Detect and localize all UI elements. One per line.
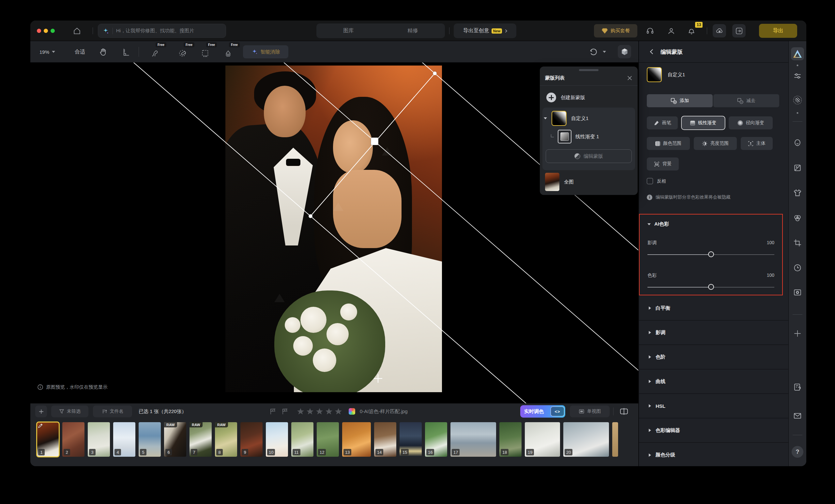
thumbnail-7[interactable]: RAW7 [189, 422, 212, 457]
section-levels[interactable]: 色阶 [639, 345, 788, 369]
color-label-icon[interactable] [349, 408, 355, 415]
add-photos-button[interactable] [35, 405, 47, 417]
filter-button[interactable]: 未筛选 [51, 405, 88, 417]
section-hsl[interactable]: HSL [639, 394, 788, 418]
add-panel-icon[interactable] [793, 329, 802, 338]
tool-color-range[interactable]: 颜色范围 [647, 137, 690, 150]
thumbnail-4[interactable]: 4 [113, 422, 135, 457]
patch-tool[interactable] [201, 49, 210, 58]
export-button[interactable]: 导出 [759, 24, 797, 38]
thumbnail-13[interactable]: 13 [342, 422, 371, 457]
app-logo[interactable] [791, 47, 804, 60]
notifications-bell-icon[interactable] [687, 27, 696, 35]
thumbnail-2[interactable]: 2 [62, 422, 84, 457]
edit-mask-button[interactable]: 编辑蒙版 [546, 149, 632, 163]
thumbnail-19[interactable]: 19 [525, 422, 560, 457]
section-tone[interactable]: 影调 [639, 320, 788, 345]
color-slider-knob[interactable] [708, 284, 714, 290]
thumbnail-20[interactable]: 20 [563, 422, 609, 457]
mask-add-button[interactable]: 添加 [647, 94, 713, 107]
thumbnail-15[interactable]: 15 [400, 422, 422, 457]
star-rating-1[interactable] [297, 408, 304, 415]
section-white-balance[interactable]: 白平衡 [639, 296, 788, 320]
drag-handle[interactable] [579, 69, 598, 71]
history-icon[interactable] [793, 264, 802, 272]
history-dropdown-icon[interactable] [603, 51, 606, 53]
tool-radial-gradient[interactable]: 径向渐变 [729, 117, 773, 129]
flag-pick-icon[interactable] [269, 408, 276, 415]
adjustments-icon[interactable] [793, 72, 802, 80]
minimize-window-button[interactable] [44, 29, 48, 33]
thumbnail-9[interactable]: 9 [240, 422, 263, 457]
collapse-caret-icon[interactable] [544, 117, 547, 119]
back-chevron-icon[interactable] [650, 49, 655, 55]
zoom-level-select[interactable]: 19% [39, 41, 55, 63]
tone-slider[interactable] [648, 254, 774, 255]
thumbnail-17[interactable]: 17 [450, 422, 496, 457]
support-headset-icon[interactable] [646, 27, 654, 35]
thumbnail-5[interactable]: 5 [139, 422, 161, 457]
thumbnail-18[interactable]: 18 [500, 422, 522, 457]
sort-button[interactable]: 文件名 [93, 405, 132, 417]
create-mask-button[interactable]: 创建新蒙版 [544, 89, 633, 106]
buy-plan-button[interactable]: 购买套餐 [594, 24, 637, 38]
invert-checkbox-row[interactable]: 反相 [647, 178, 666, 184]
thumbnail-10[interactable]: 10 [266, 422, 288, 457]
mail-icon[interactable] [793, 412, 802, 420]
flag-reject-icon[interactable] [282, 408, 288, 415]
help-button[interactable]: ? [792, 446, 803, 458]
liquify-tool[interactable] [150, 49, 159, 58]
filters-icon[interactable] [793, 164, 802, 172]
export-to-creative-button[interactable]: 导出至创意 New [454, 23, 516, 38]
star-rating-2[interactable] [307, 408, 313, 415]
undo-icon[interactable] [589, 48, 597, 57]
tool-linear-gradient[interactable]: 线性渐变 [682, 117, 725, 129]
thumbnail-6[interactable]: RAW6 [164, 422, 186, 457]
thumbnail-11[interactable]: 11 [291, 422, 313, 457]
compare-toggle[interactable]: <> [551, 406, 564, 416]
star-rating-4[interactable] [326, 408, 332, 415]
tool-brush[interactable]: 画笔 [647, 117, 678, 129]
thumbnail-21-partial[interactable] [612, 422, 618, 457]
tab-library[interactable]: 图库 [317, 23, 381, 38]
tool-subject[interactable]: 主体 [741, 137, 773, 150]
tool-background[interactable]: 背景 [647, 158, 679, 170]
mask-subtract-button[interactable]: 减去 [713, 94, 779, 107]
home-icon[interactable] [73, 27, 81, 35]
color-blend-icon[interactable] [793, 214, 802, 223]
clothing-icon[interactable] [793, 188, 802, 197]
single-view-button[interactable]: 单视图 [570, 405, 610, 417]
ai-assistant-search[interactable]: Hi，让我帮你修图、找功能、搜图片 [98, 24, 226, 38]
section-curves[interactable]: 曲线 [639, 369, 788, 394]
close-icon[interactable] [627, 75, 632, 81]
remove-object-tool[interactable] [224, 49, 232, 58]
thumbnail-12[interactable]: 12 [317, 422, 339, 457]
feedback-doc-icon[interactable] [793, 383, 802, 392]
hand-tool[interactable] [99, 48, 108, 57]
section-color-grading[interactable]: 颜色分级 [639, 443, 788, 466]
thumbnail-3[interactable]: 3 [88, 422, 110, 457]
star-rating-3[interactable] [316, 408, 323, 415]
close-window-button[interactable] [37, 29, 41, 33]
account-icon[interactable] [667, 27, 675, 35]
mask-tool-icon[interactable] [793, 96, 802, 104]
thumbnail-16[interactable]: 16 [425, 422, 447, 457]
mask-item-full-image[interactable]: 全图 [544, 173, 574, 191]
3d-lut-button[interactable] [618, 45, 631, 58]
star-rating-5[interactable] [335, 408, 342, 415]
thumbnail-1[interactable]: 1 [37, 422, 59, 457]
heal-tool[interactable] [178, 49, 187, 58]
ruler-guides-tool[interactable] [122, 48, 130, 57]
tool-luminance-range[interactable]: 亮度范围 [694, 137, 737, 150]
thumbnail-8[interactable]: RAW8 [215, 422, 237, 457]
portrait-icon[interactable] [793, 138, 802, 147]
thumbnail-14[interactable]: 14 [374, 422, 396, 457]
section-color-editor[interactable]: 色彩编辑器 [639, 418, 788, 443]
tone-slider-knob[interactable] [708, 251, 714, 257]
invert-checkbox[interactable] [647, 178, 653, 184]
current-mask-row[interactable]: 自定义1 [647, 67, 685, 82]
share-export-button[interactable] [732, 24, 746, 38]
smart-erase-button[interactable]: 智能消除 [243, 45, 288, 58]
ai-color-section-header[interactable]: AI色彩 [648, 221, 669, 227]
fit-view-button[interactable]: 合适 [75, 41, 85, 63]
